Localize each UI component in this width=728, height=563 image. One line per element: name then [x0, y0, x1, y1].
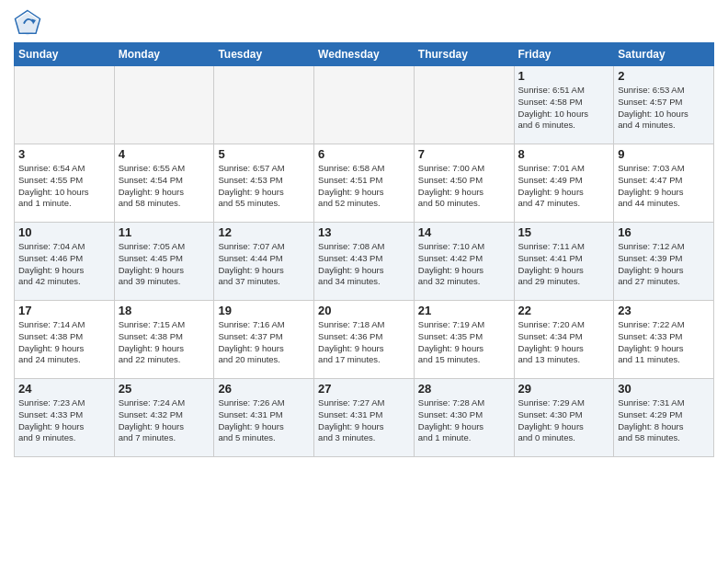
day-info: Sunrise: 6:53 AMSunset: 4:57 PMDaylight:…: [618, 85, 710, 132]
day-info: Sunrise: 7:23 AMSunset: 4:33 PMDaylight:…: [18, 397, 110, 444]
calendar-cell: 9Sunrise: 7:03 AMSunset: 4:47 PMDaylight…: [614, 144, 714, 223]
day-info: Sunrise: 7:12 AMSunset: 4:39 PMDaylight:…: [618, 241, 710, 288]
day-number: 4: [119, 147, 210, 161]
calendar-cell: 3Sunrise: 6:54 AMSunset: 4:55 PMDaylight…: [15, 144, 115, 223]
day-info: Sunrise: 7:08 AMSunset: 4:43 PMDaylight:…: [318, 241, 410, 288]
day-info: Sunrise: 7:27 AMSunset: 4:31 PMDaylight:…: [318, 397, 410, 444]
day-number: 28: [418, 382, 510, 396]
day-number: 21: [418, 304, 510, 317]
calendar-cell: 10Sunrise: 7:04 AMSunset: 4:46 PMDayligh…: [15, 223, 115, 301]
day-info: Sunrise: 7:28 AMSunset: 4:30 PMDaylight:…: [418, 397, 510, 444]
day-info: Sunrise: 6:58 AMSunset: 4:51 PMDaylight:…: [318, 163, 410, 210]
calendar-cell: 26Sunrise: 7:26 AMSunset: 4:31 PMDayligh…: [214, 379, 314, 457]
day-number: 3: [18, 147, 110, 161]
logo-icon: [14, 9, 41, 37]
calendar-cell: 6Sunrise: 6:58 AMSunset: 4:51 PMDaylight…: [314, 144, 415, 223]
day-number: 7: [418, 147, 510, 161]
page-container: SundayMondayTuesdayWednesdayThursdayFrid…: [0, 0, 728, 462]
calendar-cell: [114, 66, 214, 144]
calendar-cell: [214, 66, 314, 144]
col-header-tuesday: Tuesday: [214, 43, 314, 66]
day-number: 27: [318, 382, 410, 396]
day-info: Sunrise: 6:55 AMSunset: 4:54 PMDaylight:…: [119, 163, 210, 210]
calendar-cell: 23Sunrise: 7:22 AMSunset: 4:33 PMDayligh…: [614, 301, 714, 379]
calendar-cell: 1Sunrise: 6:51 AMSunset: 4:58 PMDaylight…: [514, 66, 614, 144]
day-info: Sunrise: 6:54 AMSunset: 4:55 PMDaylight:…: [18, 163, 110, 210]
day-info: Sunrise: 7:10 AMSunset: 4:42 PMDaylight:…: [418, 241, 510, 288]
col-header-saturday: Saturday: [614, 43, 714, 66]
day-info: Sunrise: 7:05 AMSunset: 4:45 PMDaylight:…: [119, 241, 210, 288]
day-info: Sunrise: 6:51 AMSunset: 4:58 PMDaylight:…: [518, 85, 610, 132]
day-number: 10: [18, 225, 110, 239]
col-header-wednesday: Wednesday: [314, 43, 415, 66]
logo: [14, 9, 45, 37]
day-info: Sunrise: 7:19 AMSunset: 4:35 PMDaylight:…: [418, 319, 510, 366]
day-number: 14: [418, 225, 510, 239]
calendar-cell: 13Sunrise: 7:08 AMSunset: 4:43 PMDayligh…: [314, 223, 415, 301]
day-info: Sunrise: 6:57 AMSunset: 4:53 PMDaylight:…: [218, 163, 310, 210]
calendar-cell: 4Sunrise: 6:55 AMSunset: 4:54 PMDaylight…: [114, 144, 214, 223]
calendar-cell: 12Sunrise: 7:07 AMSunset: 4:44 PMDayligh…: [214, 223, 314, 301]
day-number: 23: [618, 304, 710, 317]
day-info: Sunrise: 7:07 AMSunset: 4:44 PMDaylight:…: [218, 241, 310, 288]
day-info: Sunrise: 7:20 AMSunset: 4:34 PMDaylight:…: [518, 319, 610, 366]
day-number: 29: [518, 382, 610, 396]
col-header-friday: Friday: [514, 43, 614, 66]
calendar-cell: 21Sunrise: 7:19 AMSunset: 4:35 PMDayligh…: [414, 301, 514, 379]
calendar-cell: 5Sunrise: 6:57 AMSunset: 4:53 PMDaylight…: [214, 144, 314, 223]
calendar-cell: [414, 66, 514, 144]
calendar-cell: 17Sunrise: 7:14 AMSunset: 4:38 PMDayligh…: [15, 301, 115, 379]
day-info: Sunrise: 7:18 AMSunset: 4:36 PMDaylight:…: [318, 319, 410, 366]
day-info: Sunrise: 7:24 AMSunset: 4:32 PMDaylight:…: [119, 397, 210, 444]
day-info: Sunrise: 7:31 AMSunset: 4:29 PMDaylight:…: [618, 397, 710, 444]
calendar-cell: 30Sunrise: 7:31 AMSunset: 4:29 PMDayligh…: [614, 379, 714, 457]
day-number: 25: [119, 382, 210, 396]
day-number: 2: [618, 69, 710, 83]
header-row: SundayMondayTuesdayWednesdayThursdayFrid…: [15, 43, 714, 66]
day-number: 9: [618, 147, 710, 161]
day-info: Sunrise: 7:11 AMSunset: 4:41 PMDaylight:…: [518, 241, 610, 288]
day-number: 13: [318, 225, 410, 239]
day-number: 5: [218, 147, 310, 161]
day-number: 15: [518, 225, 610, 239]
day-number: 19: [218, 304, 310, 317]
calendar-cell: 7Sunrise: 7:00 AMSunset: 4:50 PMDaylight…: [414, 144, 514, 223]
calendar-cell: 19Sunrise: 7:16 AMSunset: 4:37 PMDayligh…: [214, 301, 314, 379]
week-row-1: 3Sunrise: 6:54 AMSunset: 4:55 PMDaylight…: [15, 144, 714, 223]
calendar-cell: 14Sunrise: 7:10 AMSunset: 4:42 PMDayligh…: [414, 223, 514, 301]
calendar-cell: 25Sunrise: 7:24 AMSunset: 4:32 PMDayligh…: [114, 379, 214, 457]
day-info: Sunrise: 7:04 AMSunset: 4:46 PMDaylight:…: [18, 241, 110, 288]
week-row-3: 17Sunrise: 7:14 AMSunset: 4:38 PMDayligh…: [15, 301, 714, 379]
day-number: 8: [518, 147, 610, 161]
calendar-cell: 28Sunrise: 7:28 AMSunset: 4:30 PMDayligh…: [414, 379, 514, 457]
calendar-cell: 15Sunrise: 7:11 AMSunset: 4:41 PMDayligh…: [514, 223, 614, 301]
col-header-thursday: Thursday: [414, 43, 514, 66]
calendar-cell: [314, 66, 415, 144]
day-number: 24: [18, 382, 110, 396]
calendar-cell: 29Sunrise: 7:29 AMSunset: 4:30 PMDayligh…: [514, 379, 614, 457]
day-info: Sunrise: 7:01 AMSunset: 4:49 PMDaylight:…: [518, 163, 610, 210]
week-row-0: 1Sunrise: 6:51 AMSunset: 4:58 PMDaylight…: [15, 66, 714, 144]
calendar-cell: 11Sunrise: 7:05 AMSunset: 4:45 PMDayligh…: [114, 223, 214, 301]
day-number: 30: [618, 382, 710, 396]
calendar-cell: 20Sunrise: 7:18 AMSunset: 4:36 PMDayligh…: [314, 301, 415, 379]
calendar-cell: 8Sunrise: 7:01 AMSunset: 4:49 PMDaylight…: [514, 144, 614, 223]
day-number: 12: [218, 225, 310, 239]
calendar-cell: 2Sunrise: 6:53 AMSunset: 4:57 PMDaylight…: [614, 66, 714, 144]
week-row-4: 24Sunrise: 7:23 AMSunset: 4:33 PMDayligh…: [15, 379, 714, 457]
col-header-monday: Monday: [114, 43, 214, 66]
day-number: 1: [518, 69, 610, 83]
calendar-cell: 27Sunrise: 7:27 AMSunset: 4:31 PMDayligh…: [314, 379, 415, 457]
day-info: Sunrise: 7:22 AMSunset: 4:33 PMDaylight:…: [618, 319, 710, 366]
day-number: 20: [318, 304, 410, 317]
day-number: 11: [119, 225, 210, 239]
day-number: 22: [518, 304, 610, 317]
day-number: 17: [18, 304, 110, 317]
day-info: Sunrise: 7:29 AMSunset: 4:30 PMDaylight:…: [518, 397, 610, 444]
calendar-cell: 16Sunrise: 7:12 AMSunset: 4:39 PMDayligh…: [614, 223, 714, 301]
day-number: 6: [318, 147, 410, 161]
day-number: 26: [218, 382, 310, 396]
col-header-sunday: Sunday: [15, 43, 115, 66]
header: [14, 9, 714, 37]
day-info: Sunrise: 7:03 AMSunset: 4:47 PMDaylight:…: [618, 163, 710, 210]
